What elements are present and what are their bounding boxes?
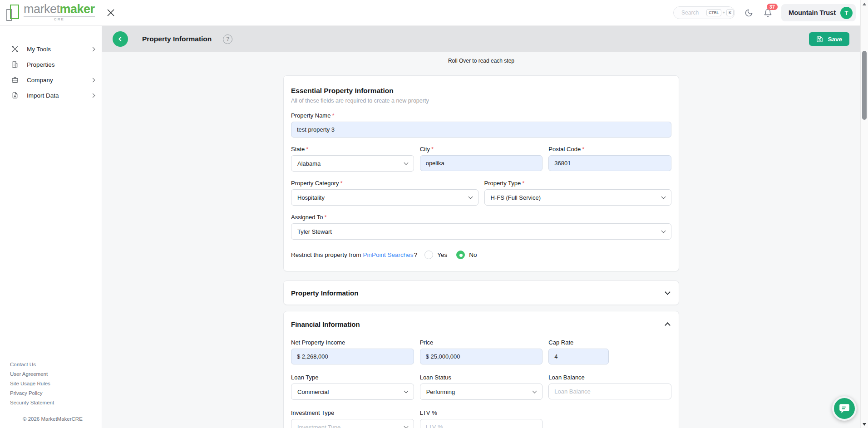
help-icon[interactable]: ? xyxy=(223,34,232,44)
financial-information-section-toggle[interactable]: Financial Information xyxy=(291,320,671,328)
save-button[interactable]: Save xyxy=(809,32,849,46)
cap-rate-input[interactable] xyxy=(548,349,609,364)
sidebar-item-import-data[interactable]: Import Data xyxy=(0,88,102,103)
loan-balance-label: Loan Balance xyxy=(548,374,671,381)
moon-icon xyxy=(745,9,753,17)
back-button[interactable] xyxy=(113,31,128,47)
building-icon xyxy=(11,61,19,68)
property-type-select[interactable]: H-FS (Full Service) xyxy=(484,189,672,206)
scroll-down-arrow[interactable] xyxy=(863,423,866,426)
property-category-label: Property Category xyxy=(291,180,339,187)
city-input[interactable] xyxy=(420,155,543,171)
marketmaker-logo-icon xyxy=(5,5,21,23)
restrict-yes-radio[interactable] xyxy=(424,251,433,259)
loan-balance-input[interactable] xyxy=(548,384,671,399)
chevron-right-icon xyxy=(91,47,95,51)
city-label: City xyxy=(420,146,430,153)
card-title: Essential Property Information xyxy=(291,87,671,95)
logo-text-cre: CRE xyxy=(24,16,95,21)
chevron-down-icon xyxy=(533,389,537,393)
loan-type-select[interactable]: Commercial xyxy=(291,384,414,400)
account-menu-button[interactable]: Mountain Trust T xyxy=(781,4,856,21)
sidebar-item-properties[interactable]: Properties xyxy=(0,57,102,72)
chevron-right-icon xyxy=(91,93,95,98)
restrict-yes-label: Yes xyxy=(437,251,447,258)
restrict-question-text: Restrict this property from xyxy=(291,251,361,258)
loan-status-value: Performing xyxy=(426,389,455,395)
investment-type-select[interactable]: Investment Type xyxy=(291,419,414,428)
price-input[interactable] xyxy=(420,349,543,364)
scroll-up-arrow[interactable] xyxy=(863,3,866,5)
briefcase-icon xyxy=(11,76,19,84)
scrollbar-thumb[interactable] xyxy=(862,51,867,120)
chevron-down-icon xyxy=(468,194,473,199)
chevron-down-icon xyxy=(404,160,408,165)
state-select[interactable]: Alabama xyxy=(291,155,414,172)
chevron-down-icon xyxy=(665,289,671,295)
restrict-question-suffix: ? xyxy=(414,251,418,258)
vertical-scrollbar[interactable] xyxy=(860,0,868,428)
cap-rate-label: Cap Rate xyxy=(548,339,671,346)
tools-icon xyxy=(11,45,19,53)
net-property-income-input[interactable] xyxy=(291,349,414,364)
loan-type-value: Commercial xyxy=(297,389,329,395)
shortcut-key-k: K xyxy=(726,9,734,16)
import-icon xyxy=(11,92,19,99)
sidebar-item-label: Import Data xyxy=(27,92,59,99)
assigned-to-value: Tyler Stewart xyxy=(297,228,332,235)
property-information-section-toggle[interactable]: Property Information xyxy=(283,280,679,305)
search-input[interactable] xyxy=(681,10,703,16)
state-label: State xyxy=(291,146,305,153)
chevron-down-icon xyxy=(404,424,408,428)
dark-mode-toggle[interactable] xyxy=(743,7,754,18)
chevron-up-icon xyxy=(665,322,671,328)
property-category-value: Hospitality xyxy=(297,194,325,201)
property-name-input[interactable] xyxy=(291,122,671,138)
investment-type-label: Investment Type xyxy=(291,409,414,416)
footer-link-privacy-policy[interactable]: Privacy Policy xyxy=(10,390,102,396)
section-title: Property Information xyxy=(291,289,358,297)
postal-code-input[interactable] xyxy=(548,155,671,171)
chevron-left-icon xyxy=(117,35,124,43)
sidebar-item-my-tools[interactable]: My Tools xyxy=(0,41,102,57)
loan-status-select[interactable]: Performing xyxy=(420,384,543,400)
marketmaker-logo[interactable]: marketmaker CRE xyxy=(5,3,95,23)
rollover-hint: Roll Over to read each step xyxy=(102,58,860,64)
page-title: Property Information xyxy=(142,35,212,43)
sidebar-item-company[interactable]: Company xyxy=(0,72,102,88)
restrict-no-label: No xyxy=(469,251,477,258)
footer-link-user-agreement[interactable]: User Agreement xyxy=(10,371,102,377)
chevron-down-icon xyxy=(661,194,666,199)
global-search[interactable]: CTRL + K xyxy=(673,6,735,19)
required-asterisk: * xyxy=(325,214,327,221)
net-property-income-label: Net Property Income xyxy=(291,339,414,346)
property-type-value: H-FS (Full Service) xyxy=(491,194,541,201)
avatar: T xyxy=(840,7,853,19)
footer-link-contact-us[interactable]: Contact Us xyxy=(10,362,102,367)
state-select-value: Alabama xyxy=(297,160,321,167)
assigned-to-label: Assigned To xyxy=(291,214,323,221)
sidebar-close-icon[interactable] xyxy=(105,7,117,19)
essential-property-card: Essential Property Information All of th… xyxy=(283,75,679,271)
assigned-to-select[interactable]: Tyler Stewart xyxy=(291,223,671,240)
page-header: Property Information ? Save xyxy=(102,26,860,52)
restrict-no-radio[interactable] xyxy=(456,251,465,259)
footer-link-site-usage-rules[interactable]: Site Usage Rules xyxy=(10,381,102,386)
footer-link-security-statement[interactable]: Security Statement xyxy=(10,400,102,405)
investment-type-placeholder: Investment Type xyxy=(297,424,340,428)
logo-text-market: market xyxy=(24,2,60,16)
top-navbar: marketmaker CRE CTRL + K 37 Mountain Tru… xyxy=(0,0,860,26)
property-category-select[interactable]: Hospitality xyxy=(291,189,478,206)
financial-information-card: Financial Information Net Property Incom… xyxy=(283,311,679,428)
section-title: Financial Information xyxy=(291,320,360,328)
property-name-label: Property Name xyxy=(291,112,330,119)
sidebar: My Tools Properties Company Import Data … xyxy=(0,26,102,428)
copyright-text: © 2026 MarketMakerCRE xyxy=(10,416,102,422)
card-subtitle: All of these fields are required to crea… xyxy=(291,98,671,104)
required-asterisk: * xyxy=(332,112,334,119)
ltv-input[interactable] xyxy=(420,419,543,428)
required-asterisk: * xyxy=(582,146,584,153)
pinpoint-searches-link[interactable]: PinPoint Searches xyxy=(363,251,414,258)
chat-support-button[interactable] xyxy=(832,396,857,421)
notifications-button[interactable]: 37 xyxy=(762,7,773,18)
